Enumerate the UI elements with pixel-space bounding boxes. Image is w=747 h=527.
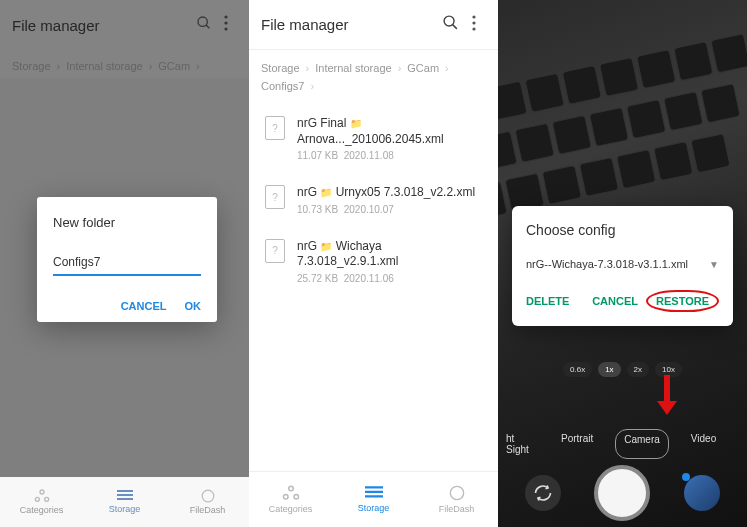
file-list: ? nrG Final 📁 Arnova..._201006.2045.xml … [249, 98, 498, 302]
mode-video[interactable]: Video [683, 429, 724, 459]
svg-line-13 [452, 25, 456, 29]
cancel-button[interactable]: CANCEL [121, 300, 167, 312]
tab-filedash[interactable]: FileDash [422, 485, 492, 514]
mode-portrait[interactable]: Portrait [553, 429, 601, 459]
folder-name-input[interactable] [53, 252, 201, 276]
file-name: nrG 📁 Wichaya 7.3.018_v2.9.1.xml [297, 239, 482, 270]
file-meta: 10.73 KB 2020.10.07 [297, 204, 482, 215]
svg-rect-22 [365, 495, 383, 497]
tab-categories[interactable]: Categories [256, 485, 326, 514]
svg-rect-20 [365, 486, 383, 488]
zoom-level[interactable]: 1x [598, 362, 620, 377]
chevron-down-icon: ▼ [709, 259, 719, 270]
svg-rect-21 [365, 491, 383, 493]
svg-point-16 [472, 27, 475, 30]
camera-controls [498, 465, 747, 521]
zoom-switcher[interactable]: 0.6x 1x 2x 10x [498, 362, 747, 377]
file-icon: ? [265, 116, 285, 140]
tab-storage[interactable]: Storage [95, 490, 155, 514]
app-title: File manager [261, 16, 438, 33]
svg-point-11 [202, 490, 214, 502]
shutter-button[interactable] [594, 465, 650, 521]
zoom-level[interactable]: 0.6x [563, 362, 592, 377]
restore-highlight: RESTORE [646, 290, 719, 312]
mode-switcher[interactable]: ht Sight Portrait Camera Video More [498, 429, 747, 459]
file-name: nrG Final 📁 Arnova..._201006.2045.xml [297, 116, 482, 147]
zoom-level[interactable]: 2x [627, 362, 649, 377]
svg-marker-25 [657, 401, 677, 415]
svg-point-17 [288, 486, 293, 491]
svg-rect-8 [117, 490, 133, 492]
mode-camera[interactable]: Camera [615, 429, 669, 459]
dialog-title: Choose config [526, 222, 719, 238]
svg-point-19 [294, 495, 299, 500]
svg-point-12 [444, 16, 454, 26]
tab-categories[interactable]: Categories [12, 489, 72, 515]
svg-point-14 [472, 15, 475, 18]
svg-point-23 [450, 486, 463, 499]
gallery-thumbnail[interactable] [684, 475, 720, 511]
list-item[interactable]: ? nrG 📁 Wichaya 7.3.018_v2.9.1.xml 25.72… [249, 227, 498, 296]
bottom-nav: Categories Storage FileDash [0, 477, 249, 527]
restore-button[interactable]: RESTORE [656, 295, 709, 307]
header: File manager [249, 0, 498, 50]
svg-point-6 [35, 497, 39, 501]
tab-filedash[interactable]: FileDash [178, 489, 238, 515]
annotation-arrow-icon [655, 373, 679, 417]
panel-camera-config: Choose config nrG--Wichaya-7.3.018-v3.1.… [498, 0, 747, 527]
file-meta: 25.72 KB 2020.11.06 [297, 273, 482, 284]
delete-button[interactable]: DELETE [526, 295, 569, 307]
svg-point-15 [472, 21, 475, 24]
file-icon: ? [265, 185, 285, 209]
panel-new-folder: File manager Storage› Internal storage› … [0, 0, 249, 527]
svg-point-5 [40, 490, 44, 494]
ok-button[interactable]: OK [185, 300, 202, 312]
search-icon[interactable] [438, 14, 462, 35]
list-item[interactable]: ? nrG Final 📁 Arnova..._201006.2045.xml … [249, 104, 498, 173]
file-name: nrG 📁 Urnyx05 7.3.018_v2.2.xml [297, 185, 482, 201]
new-folder-dialog: New folder CANCEL OK [37, 197, 217, 322]
breadcrumb[interactable]: Storage› Internal storage› GCam› Configs… [249, 50, 498, 98]
tab-storage[interactable]: Storage [339, 486, 409, 513]
svg-rect-10 [117, 498, 133, 500]
mode-more[interactable]: More [738, 429, 747, 459]
bottom-nav: Categories Storage FileDash [249, 471, 498, 527]
svg-point-7 [44, 497, 48, 501]
notification-dot-icon [682, 473, 690, 481]
more-icon[interactable] [462, 15, 486, 35]
file-icon: ? [265, 239, 285, 263]
config-dropdown[interactable]: nrG--Wichaya-7.3.018-v3.1.1.xml ▼ [526, 254, 719, 284]
list-item[interactable]: ? nrG 📁 Urnyx05 7.3.018_v2.2.xml 10.73 K… [249, 173, 498, 227]
switch-camera-icon[interactable] [525, 475, 561, 511]
panel-file-list: File manager Storage› Internal storage› … [249, 0, 498, 527]
file-meta: 11.07 KB 2020.11.08 [297, 150, 482, 161]
choose-config-dialog: Choose config nrG--Wichaya-7.3.018-v3.1.… [512, 206, 733, 326]
dialog-title: New folder [53, 215, 201, 230]
svg-rect-9 [117, 494, 133, 496]
cancel-button[interactable]: CANCEL [592, 295, 638, 307]
selected-config: nrG--Wichaya-7.3.018-v3.1.1.xml [526, 258, 688, 270]
mode-nightsight[interactable]: ht Sight [498, 429, 539, 459]
svg-point-18 [283, 495, 288, 500]
